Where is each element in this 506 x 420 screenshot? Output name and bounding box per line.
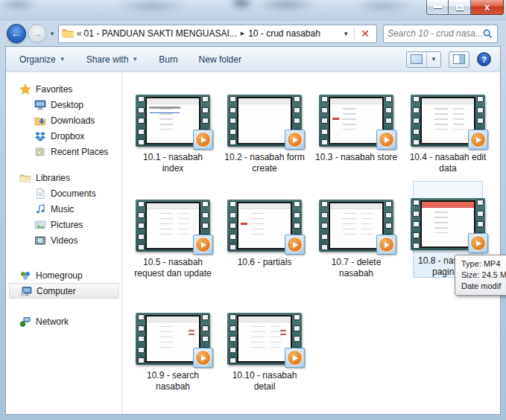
file-item[interactable]: 10.6 - partials — [219, 200, 310, 268]
documents-icon — [34, 188, 46, 200]
breadcrumb-overflow-chevron[interactable]: « — [77, 28, 82, 39]
video-thumbnail-icon — [227, 313, 302, 365]
toolbar-right-buttons: ▼ ? — [406, 51, 491, 68]
file-name: 10.4 - nasabah edit data — [406, 152, 490, 174]
new-folder-label: New folder — [199, 54, 241, 65]
views-icon — [411, 54, 423, 64]
stop-refresh-button[interactable]: ✕ — [357, 28, 373, 39]
share-with-menu[interactable]: Share with ▼ — [86, 54, 139, 65]
homegroup-icon — [19, 270, 31, 281]
forward-arrow-icon: → — [32, 28, 42, 39]
search-icon[interactable] — [482, 28, 493, 39]
sidebar-group-network[interactable]: Network — [6, 314, 121, 329]
music-label: Music — [51, 204, 74, 214]
sidebar-group-libraries[interactable]: Libraries — [6, 170, 121, 185]
file-item[interactable]: 10.7 - delete nasabah — [311, 200, 402, 279]
breadcrumb-segment-current[interactable]: 10 - crud nasabah — [248, 28, 320, 39]
file-item[interactable]: 10.1 - nasabah index — [127, 95, 218, 174]
address-bar[interactable]: « 01 - PANDUAN SAKTI MENGUASAI... ▶ 10 -… — [58, 25, 377, 43]
navigation-pane: Favorites Desktop Downloads Dropbox Rece… — [6, 72, 122, 414]
recent-places-label: Recent Places — [51, 147, 108, 157]
file-item[interactable]: 10.4 - nasabah edit data — [402, 95, 493, 174]
address-dropdown-icon[interactable]: ▼ — [343, 31, 349, 37]
star-icon — [19, 83, 31, 95]
play-overlay-icon — [193, 348, 213, 368]
command-toolbar: Organize ▼ Share with ▼ Burn New folder … — [6, 47, 500, 72]
organize-label: Organize — [19, 54, 56, 65]
file-name: 10.9 - search nasabah — [131, 370, 215, 392]
desktop-label: Desktop — [51, 100, 83, 110]
pictures-label: Pictures — [51, 220, 83, 230]
search-input[interactable] — [388, 28, 482, 39]
file-item[interactable]: 10.9 - search nasabah — [127, 313, 218, 392]
sidebar-item-videos[interactable]: Videos — [6, 232, 121, 248]
sidebar-item-dropbox[interactable]: Dropbox — [6, 128, 121, 144]
burn-button[interactable]: Burn — [159, 54, 177, 65]
dropbox-icon — [34, 130, 46, 142]
sidebar-item-music[interactable]: Music — [6, 201, 121, 217]
breadcrumb-separator-icon[interactable]: ▶ — [241, 31, 244, 36]
network-label: Network — [36, 316, 69, 327]
video-thumbnail-icon — [319, 95, 393, 147]
play-overlay-icon — [376, 130, 396, 150]
help-button[interactable]: ? — [477, 52, 491, 66]
window-controls: x — [426, 0, 504, 15]
file-item[interactable]: 10.10 - nasabah detail — [219, 313, 310, 392]
burn-label: Burn — [159, 54, 177, 65]
network-icon — [19, 316, 31, 328]
sidebar-item-pictures[interactable]: Pictures — [6, 217, 121, 232]
file-item[interactable]: 10.3 - nasabah store — [311, 95, 402, 163]
close-button[interactable]: x — [471, 0, 504, 15]
close-icon: x — [484, 2, 490, 12]
file-list-view[interactable]: 10.1 - nasabah index 10.2 - nasabah form… — [122, 72, 500, 414]
minimize-button[interactable] — [426, 0, 449, 15]
sidebar-group-homegroup[interactable]: Homegroup — [6, 267, 121, 283]
computer-label: Computer — [37, 286, 76, 296]
file-item[interactable]: 10.2 - nasabah form create — [219, 95, 310, 174]
recent-places-icon — [34, 146, 46, 158]
sidebar-group-favorites[interactable]: Favorites — [6, 81, 121, 97]
file-name: 10.3 - nasabah store — [314, 152, 398, 163]
play-overlay-icon — [376, 235, 396, 255]
downloads-label: Downloads — [51, 115, 95, 126]
video-thumbnail-icon — [227, 95, 302, 147]
views-dropdown-icon[interactable]: ▼ — [426, 52, 440, 67]
preview-pane-button[interactable] — [449, 51, 469, 68]
sidebar-item-documents[interactable]: Documents — [6, 185, 121, 201]
back-button[interactable]: ← — [7, 24, 26, 43]
recent-pages-dropdown[interactable]: ▼ — [49, 31, 55, 37]
chevron-down-icon: ▼ — [132, 56, 138, 63]
videos-label: Videos — [51, 235, 78, 246]
video-thumbnail-icon — [136, 313, 210, 365]
videos-icon — [34, 235, 46, 246]
search-box[interactable] — [383, 25, 498, 43]
downloads-icon — [34, 115, 46, 127]
sidebar-group-computer[interactable]: Computer — [9, 283, 119, 299]
forward-button[interactable]: → — [28, 24, 47, 43]
minimize-icon — [434, 6, 442, 8]
change-view-button[interactable]: ▼ — [406, 51, 441, 68]
homegroup-label: Homegroup — [36, 270, 83, 281]
documents-label: Documents — [51, 188, 96, 199]
sidebar-item-downloads[interactable]: Downloads — [6, 112, 121, 128]
tooltip-size: Size: 24.5 M — [461, 270, 506, 281]
play-overlay-icon — [468, 130, 488, 150]
breadcrumb-segment-root[interactable]: 01 - PANDUAN SAKTI MENGUASAI... — [84, 28, 237, 39]
file-name: 10.2 - nasabah form create — [223, 152, 306, 174]
file-name: 10.10 - nasabah detail — [223, 370, 306, 392]
tooltip-date: Date modif — [461, 281, 506, 292]
sidebar-item-desktop[interactable]: Desktop — [6, 97, 121, 112]
tooltip-type: Type: MP4 — [461, 258, 506, 270]
organize-menu[interactable]: Organize ▼ — [19, 54, 66, 65]
sidebar-item-recent-places[interactable]: Recent Places — [6, 144, 121, 159]
addressbar-divider — [354, 28, 355, 40]
title-bar[interactable]: x — [0, 0, 506, 21]
new-folder-button[interactable]: New folder — [199, 54, 241, 65]
dropbox-label: Dropbox — [51, 131, 84, 141]
file-info-tooltip: Type: MP4 Size: 24.5 M Date modif — [455, 255, 506, 296]
play-overlay-icon — [193, 235, 213, 255]
play-overlay-icon — [193, 130, 213, 150]
file-item[interactable]: 10.5 - nasabah request dan update — [127, 200, 218, 279]
play-overlay-icon — [285, 235, 305, 255]
maximize-button[interactable] — [449, 0, 471, 15]
